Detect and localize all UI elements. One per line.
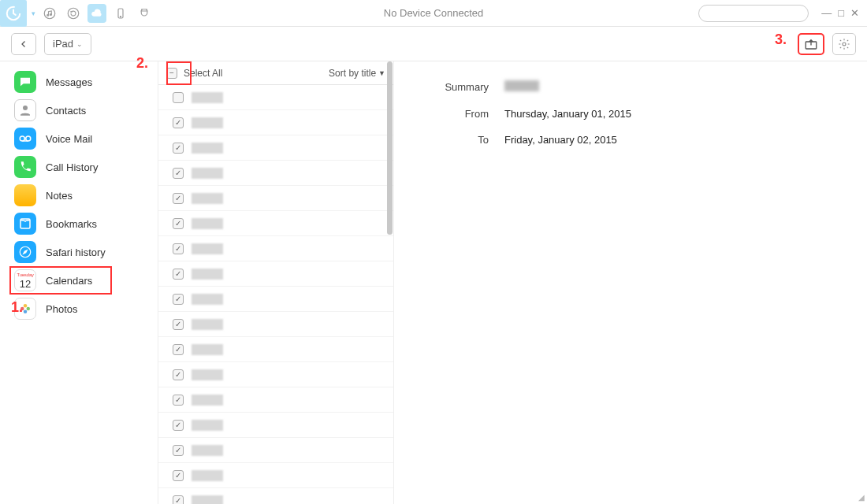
list-item[interactable] — [158, 211, 393, 236]
svg-point-14 — [24, 304, 28, 308]
device-tab-icon[interactable] — [111, 4, 130, 23]
logo-arrow-icon: ▾ — [32, 9, 35, 17]
app-logo — [0, 0, 27, 27]
row-checkbox[interactable] — [173, 294, 184, 305]
list-item[interactable] — [158, 387, 393, 413]
row-checkbox[interactable] — [173, 470, 184, 481]
list-item[interactable] — [158, 135, 393, 161]
scrollbar[interactable] — [387, 61, 393, 235]
back-button[interactable] — [11, 33, 36, 55]
row-checkbox[interactable] — [173, 117, 184, 128]
list-item[interactable] — [158, 261, 393, 287]
list-item[interactable] — [158, 236, 393, 261]
from-label: From — [410, 108, 489, 120]
device-label: iPad — [53, 38, 73, 50]
highlight-2 — [166, 61, 192, 85]
messages-icon — [14, 71, 36, 93]
annotation-2: 2. — [136, 55, 148, 72]
row-checkbox[interactable] — [173, 420, 184, 431]
event-list: 2. Select All Sort by title ▼ — [158, 61, 394, 504]
list-item[interactable] — [158, 85, 393, 110]
row-checkbox[interactable] — [173, 269, 184, 280]
row-checkbox[interactable] — [173, 243, 184, 254]
row-title — [192, 193, 223, 204]
minimize-icon[interactable]: — — [821, 7, 832, 19]
row-checkbox[interactable] — [173, 218, 184, 229]
sidebar-item-bookmarks[interactable]: Bookmarks — [0, 209, 158, 238]
svg-point-6 — [120, 16, 121, 17]
list-item[interactable] — [158, 312, 393, 337]
sidebar-item-voicemail[interactable]: Voice Mail — [0, 124, 158, 153]
sidebar-item-label: Contacts — [46, 105, 86, 117]
sidebar-item-label: Bookmarks — [46, 218, 97, 230]
sidebar-item-contacts[interactable]: Contacts — [0, 96, 158, 124]
sidebar-item-safari[interactable]: Safari history — [0, 238, 158, 266]
sidebar-item-calendars[interactable]: Tuesday 12 Calendars — [9, 266, 112, 295]
from-value: Thursday, January 01, 2015 — [504, 108, 631, 120]
apps-tab-icon[interactable] — [135, 4, 154, 23]
row-title — [192, 218, 223, 229]
sort-dropdown[interactable]: Sort by title ▼ — [329, 68, 385, 79]
sidebar-item-notes[interactable]: Notes — [0, 181, 158, 209]
row-checkbox[interactable] — [173, 369, 184, 380]
sidebar-item-callhistory[interactable]: Call History — [0, 153, 158, 181]
row-title — [192, 344, 223, 355]
summary-value — [504, 80, 539, 91]
row-checkbox[interactable] — [173, 319, 184, 330]
row-checkbox[interactable] — [173, 495, 184, 505]
list-rows[interactable] — [158, 85, 393, 504]
resize-grip-icon[interactable]: ◢ — [858, 493, 865, 502]
svg-point-9 — [843, 43, 846, 46]
cloud-tab-icon[interactable] — [87, 4, 106, 23]
list-item[interactable] — [158, 161, 393, 186]
sort-arrow-icon: ▼ — [378, 69, 385, 77]
list-item[interactable] — [158, 488, 393, 504]
search-field[interactable] — [709, 8, 827, 19]
sidebar: Messages Contacts Voice Mail Call Histor… — [0, 61, 158, 504]
export-button[interactable] — [798, 33, 824, 55]
list-item[interactable] — [158, 362, 393, 387]
device-selector[interactable]: iPad ⌄ — [44, 33, 91, 55]
svg-point-11 — [20, 136, 24, 141]
list-item[interactable] — [158, 413, 393, 438]
row-title — [192, 495, 223, 505]
music-tab-icon[interactable] — [40, 4, 59, 23]
list-item[interactable] — [158, 186, 393, 211]
window-controls: — □ ✕ — [821, 7, 859, 19]
annotation-3: 3. — [775, 32, 787, 48]
list-item[interactable] — [158, 337, 393, 362]
row-title — [192, 143, 223, 154]
row-checkbox[interactable] — [173, 445, 184, 456]
row-title — [192, 319, 223, 330]
row-checkbox[interactable] — [173, 193, 184, 204]
sidebar-item-label: Notes — [46, 190, 73, 202]
close-icon[interactable]: ✕ — [850, 7, 859, 19]
calendar-icon: Tuesday 12 — [14, 269, 36, 291]
voicemail-icon — [14, 128, 36, 150]
sort-label: Sort by title — [329, 68, 376, 79]
sidebar-item-photos[interactable]: Photos — [0, 295, 158, 323]
row-checkbox[interactable] — [173, 168, 184, 179]
row-checkbox[interactable] — [173, 92, 184, 103]
svg-point-10 — [23, 106, 28, 110]
sidebar-item-messages[interactable]: Messages — [0, 68, 158, 96]
settings-button[interactable] — [832, 33, 856, 55]
row-title — [192, 294, 223, 305]
svg-point-12 — [26, 136, 31, 141]
row-title — [192, 168, 223, 179]
list-item[interactable] — [158, 463, 393, 488]
svg-point-4 — [68, 8, 79, 19]
list-item[interactable] — [158, 110, 393, 135]
row-checkbox[interactable] — [173, 395, 184, 406]
list-item[interactable] — [158, 287, 393, 312]
row-title — [192, 269, 223, 280]
maximize-icon[interactable]: □ — [838, 7, 844, 19]
list-header: Select All Sort by title ▼ — [158, 61, 393, 85]
summary-label: Summary — [410, 81, 489, 93]
search-input[interactable] — [698, 5, 809, 22]
to-label: To — [410, 134, 489, 146]
row-checkbox[interactable] — [173, 344, 184, 355]
row-checkbox[interactable] — [173, 143, 184, 154]
list-item[interactable] — [158, 438, 393, 463]
refresh-tab-icon[interactable] — [64, 4, 83, 23]
